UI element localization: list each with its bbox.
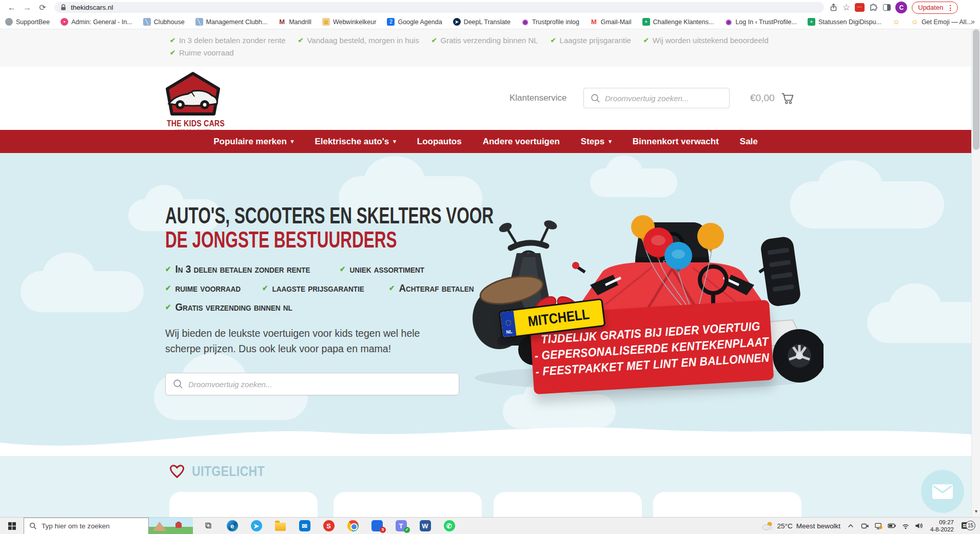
scroll-down-arrow[interactable]: ▾ bbox=[972, 508, 980, 514]
wifi-icon[interactable] bbox=[901, 523, 910, 529]
reload-icon[interactable]: ⟳ bbox=[35, 2, 50, 14]
volume-icon[interactable] bbox=[915, 522, 924, 529]
nav-item[interactable]: Binnenkort verwacht bbox=[633, 137, 719, 147]
app-icon bbox=[275, 523, 286, 531]
logo-title: THE KIDS CARS bbox=[167, 119, 219, 128]
taskbar-app[interactable] bbox=[268, 518, 292, 534]
hero-usp-item: ✔ Achteraf betalen bbox=[389, 282, 474, 294]
bookmark-item[interactable]: ▦ Webwinkelkeur bbox=[322, 18, 377, 26]
weather-widget[interactable]: 25°C Meest bewolkt bbox=[762, 521, 840, 530]
app-icon: ➤ bbox=[251, 520, 262, 531]
camera-icon[interactable] bbox=[861, 522, 869, 529]
clock-time: 09:27 bbox=[930, 519, 954, 526]
address-bar[interactable]: thekidscars.nl bbox=[54, 2, 824, 13]
app-icon: W bbox=[420, 520, 431, 531]
check-icon: ✔ bbox=[389, 283, 395, 293]
usp-item: ✔ Wij worden uitstekend beoordeeld bbox=[643, 36, 769, 45]
hero-search-input[interactable] bbox=[188, 380, 452, 389]
bookmark-item[interactable]: M Gmail-Mail bbox=[590, 18, 632, 26]
check-icon: ✔ bbox=[170, 49, 175, 56]
bookmark-star-icon[interactable]: ☆ bbox=[842, 2, 850, 13]
tray-chevron-up-icon[interactable] bbox=[847, 523, 854, 529]
taskbar-app[interactable]: W bbox=[413, 518, 437, 534]
battery-icon[interactable] bbox=[888, 522, 896, 529]
bookmark-item[interactable]: ☺ bbox=[892, 18, 900, 26]
nav-item[interactable]: Steps ▾ bbox=[581, 137, 612, 147]
taskbar-app[interactable]: ➤ bbox=[244, 518, 268, 534]
forward-icon[interactable]: → bbox=[19, 2, 35, 14]
nav-item[interactable]: Loopautos bbox=[417, 137, 462, 147]
bookmark-item[interactable]: 2 Google Agenda bbox=[387, 18, 442, 26]
site-logo[interactable]: THE KIDS CARS VOOR DE KLEINSTE BESTUURDE… bbox=[163, 71, 223, 135]
bookmark-item[interactable]: + Statussen DigiDispu... bbox=[808, 18, 881, 26]
bookmark-item[interactable]: ◉ Log In ‹ TrustProfile... bbox=[724, 18, 797, 26]
taskbar-app[interactable]: ✉ bbox=[292, 518, 317, 534]
site-header: THE KIDS CARS VOOR DE KLEINSTE BESTUURDE… bbox=[0, 67, 971, 130]
windows-logo-icon bbox=[8, 522, 16, 530]
bookmark-item[interactable]: • Admin: General - In... bbox=[61, 18, 132, 26]
taskbar-app[interactable]: ✆ bbox=[437, 518, 461, 534]
nav-item[interactable]: Andere voertuigen bbox=[483, 137, 560, 147]
scrollbar[interactable]: ▾ bbox=[971, 29, 980, 517]
hero-search[interactable] bbox=[165, 373, 459, 395]
nav-item[interactable]: Elektrische auto's ▾ bbox=[315, 137, 396, 147]
hero-usp-item: ✔ Gratis verzending binnen nl bbox=[165, 301, 292, 313]
notification-center[interactable]: 15 bbox=[962, 520, 976, 531]
taskbar-app[interactable]: T ✓ bbox=[389, 518, 413, 534]
bookmark-favicon: + bbox=[808, 18, 815, 26]
start-button[interactable] bbox=[0, 518, 24, 534]
bookmark-item[interactable]: SupportBee bbox=[5, 18, 50, 26]
update-button[interactable]: Updaten ⋮ bbox=[912, 2, 958, 14]
bookmark-item[interactable]: M Mandrill bbox=[278, 18, 311, 26]
bookmark-item[interactable]: ╲ Clubhouse bbox=[143, 18, 185, 26]
hero-content: AUTO'S, SCOOTERS EN SKELTERS VOOR DE JON… bbox=[165, 203, 460, 395]
chevron-down-icon: ▾ bbox=[393, 138, 396, 145]
product-card[interactable] bbox=[653, 492, 801, 517]
bookmark-item[interactable]: ╲ Management Clubh... bbox=[195, 18, 268, 26]
header-search-input[interactable] bbox=[605, 94, 722, 103]
cloud-shape bbox=[867, 302, 971, 343]
search-icon bbox=[29, 522, 37, 530]
header-search[interactable] bbox=[583, 88, 730, 108]
plate-eu-strip: NL bbox=[500, 311, 517, 337]
taskbar-app[interactable]: e bbox=[220, 518, 244, 534]
nav-item[interactable]: Populaire merken ▾ bbox=[213, 137, 293, 147]
windows-search-input[interactable] bbox=[42, 522, 143, 530]
app-badge: ✓ bbox=[404, 527, 410, 533]
share-icon[interactable] bbox=[829, 3, 838, 12]
bookmark-item[interactable]: ➤ DeepL Translate bbox=[453, 18, 511, 26]
search-icon bbox=[173, 379, 183, 389]
display-share-icon[interactable] bbox=[874, 522, 883, 530]
browser-menu-icon[interactable]: ⋮ bbox=[947, 4, 954, 12]
red-extension-icon[interactable]: ⋯ bbox=[855, 3, 865, 12]
product-card[interactable] bbox=[494, 492, 642, 517]
news-interests-tile[interactable] bbox=[149, 518, 193, 534]
customer-service-link[interactable]: Klantenservice bbox=[509, 93, 567, 103]
chat-widget-button[interactable] bbox=[921, 470, 964, 513]
bookmarks-overflow-icon[interactable]: » bbox=[971, 17, 975, 26]
check-icon: ✔ bbox=[170, 36, 175, 44]
taskbar-app[interactable]: ⧉ bbox=[196, 518, 220, 534]
side-panel-icon[interactable] bbox=[883, 4, 891, 11]
taskbar-app[interactable]: S bbox=[317, 518, 341, 534]
extensions-puzzle-icon[interactable] bbox=[869, 3, 878, 12]
usp-item: ✔ Laagste prijsgarantie bbox=[551, 36, 631, 45]
taskbar-app[interactable] bbox=[341, 518, 365, 534]
bookmark-item[interactable]: ☺ Get Emoji — All... bbox=[911, 18, 972, 26]
bookmark-item[interactable]: + Challenge Klantens... bbox=[642, 18, 714, 26]
profile-avatar[interactable]: C bbox=[895, 2, 907, 13]
product-card[interactable] bbox=[334, 492, 482, 517]
product-card[interactable] bbox=[169, 492, 318, 517]
hero-section: AUTO'S, SCOOTERS EN SKELTERS VOOR DE JON… bbox=[0, 153, 971, 456]
taskbar-app[interactable]: 5 bbox=[365, 518, 389, 534]
bookmark-item[interactable]: ◉ Trustprofile inlog bbox=[521, 18, 579, 26]
cart[interactable]: €0,00 bbox=[750, 91, 794, 105]
browser-chrome: ← → ⟳ thekidscars.nl ☆ ⋯ bbox=[0, 0, 980, 29]
envelope-icon bbox=[932, 484, 953, 499]
clock[interactable]: 09:27 4-8-2022 bbox=[930, 519, 954, 533]
scrollbar-thumb[interactable] bbox=[973, 29, 979, 150]
usp-item: ✔ Ruime voorraad bbox=[170, 48, 234, 57]
back-icon[interactable]: ← bbox=[4, 2, 19, 14]
nav-item[interactable]: Sale bbox=[740, 137, 758, 147]
windows-search[interactable] bbox=[24, 518, 149, 534]
